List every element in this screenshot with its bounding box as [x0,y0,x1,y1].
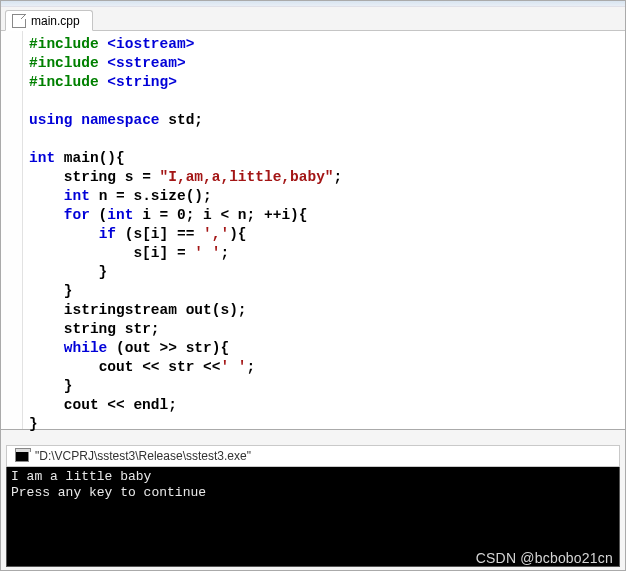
file-tab-main-cpp[interactable]: main.cpp [5,10,93,31]
panel-gap [1,430,625,445]
console-icon [15,450,29,462]
code-editor[interactable]: #include <iostream> #include <sstream> #… [1,30,625,430]
console-title-text: "D:\VCPRJ\sstest3\Release\sstest3.exe" [35,449,251,463]
file-tab-label: main.cpp [31,14,80,28]
file-icon [12,14,26,28]
pp-include: #include [29,36,99,52]
editor-gutter [1,31,23,429]
code-content: #include <iostream> #include <sstream> #… [23,31,625,429]
console-title-bar[interactable]: "D:\VCPRJ\sstest3\Release\sstest3.exe" [6,445,620,467]
tab-bar: main.cpp [1,7,625,30]
watermark: CSDN @bcbobo21cn [476,550,613,566]
console-line-1: I am a little baby [11,469,151,484]
console-line-2: Press any key to continue [11,485,206,500]
